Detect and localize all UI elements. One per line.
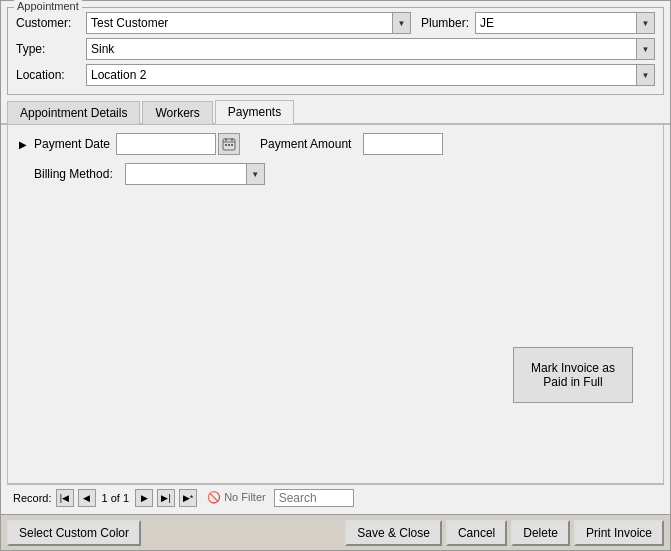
plumber-value: JE [476, 16, 636, 30]
print-invoice-button[interactable]: Print Invoice [574, 520, 664, 546]
row-indicator [16, 139, 30, 150]
customer-combo[interactable]: Test Customer [86, 12, 411, 34]
record-navigation: Record: |◀ ◀ 1 of 1 ▶ ▶| ▶* 🚫 No Filter [7, 484, 664, 510]
payment-amount-input[interactable] [363, 133, 443, 155]
svg-rect-5 [228, 144, 230, 146]
nav-next-button[interactable]: ▶ [135, 489, 153, 507]
tab-workers[interactable]: Workers [142, 101, 212, 124]
plumber-section: Plumber: JE [421, 12, 655, 34]
filter-indicator: 🚫 No Filter [207, 491, 266, 504]
billing-method-combo[interactable] [125, 163, 265, 185]
billing-method-row: Billing Method: [16, 163, 655, 185]
svg-rect-6 [231, 144, 233, 146]
payment-date-label: Payment Date [34, 137, 110, 151]
save-close-button[interactable]: Save & Close [345, 520, 442, 546]
location-label: Location: [16, 68, 86, 82]
nav-new-button[interactable]: ▶* [179, 489, 197, 507]
payment-date-input[interactable] [116, 133, 216, 155]
location-dropdown-arrow[interactable] [636, 65, 654, 85]
search-input[interactable] [274, 489, 354, 507]
payment-date-row: Payment Date Payment Amount [16, 133, 655, 155]
appointment-group: Appointment Customer: Test Customer Plum… [7, 7, 664, 95]
nav-first-button[interactable]: |◀ [56, 489, 74, 507]
plumber-dropdown-arrow[interactable] [636, 13, 654, 33]
customer-value: Test Customer [87, 16, 392, 30]
nav-last-button[interactable]: ▶| [157, 489, 175, 507]
customer-label: Customer: [16, 16, 86, 30]
delete-button[interactable]: Delete [511, 520, 570, 546]
customer-row: Customer: Test Customer Plumber: JE [16, 12, 655, 34]
bottom-bar: Select Custom Color Save & Close Cancel … [1, 514, 670, 550]
type-dropdown-arrow[interactable] [636, 39, 654, 59]
type-row: Type: Sink [16, 38, 655, 60]
tab-appointment-details[interactable]: Appointment Details [7, 101, 140, 124]
type-value: Sink [87, 42, 636, 56]
calendar-button[interactable] [218, 133, 240, 155]
payment-amount-label: Payment Amount [260, 137, 351, 151]
svg-rect-4 [225, 144, 227, 146]
calendar-icon [222, 137, 236, 151]
group-label: Appointment [14, 0, 82, 12]
plumber-combo[interactable]: JE [475, 12, 655, 34]
location-combo[interactable]: Location 2 [86, 64, 655, 86]
location-value: Location 2 [87, 68, 636, 82]
payments-panel: Payment Date Payment Amount Billing Meth… [7, 125, 664, 484]
record-current: 1 of 1 [102, 492, 130, 504]
billing-method-label: Billing Method: [34, 167, 113, 181]
mark-invoice-button[interactable]: Mark Invoice as Paid in Full [513, 347, 633, 403]
type-combo[interactable]: Sink [86, 38, 655, 60]
billing-method-dropdown-arrow[interactable] [246, 164, 264, 184]
plumber-label: Plumber: [421, 16, 469, 30]
tabs-container: Appointment Details Workers Payments [1, 99, 670, 125]
type-label: Type: [16, 42, 86, 56]
cancel-button[interactable]: Cancel [446, 520, 507, 546]
location-row: Location: Location 2 [16, 64, 655, 86]
record-label: Record: [13, 492, 52, 504]
customer-dropdown-arrow[interactable] [392, 13, 410, 33]
main-window: Appointment Customer: Test Customer Plum… [0, 0, 671, 551]
tab-payments[interactable]: Payments [215, 100, 294, 124]
nav-prev-button[interactable]: ◀ [78, 489, 96, 507]
select-custom-color-button[interactable]: Select Custom Color [7, 520, 141, 546]
